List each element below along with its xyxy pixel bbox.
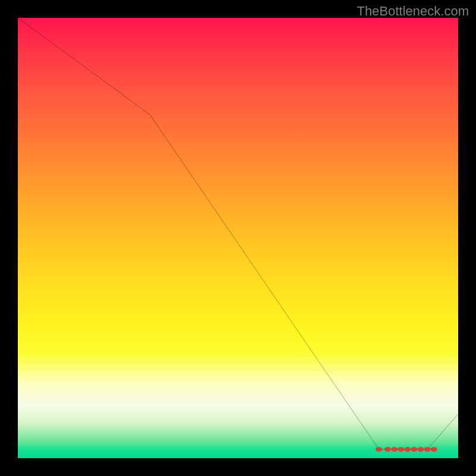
optimal-marker	[431, 447, 437, 452]
optimal-marker	[411, 447, 417, 452]
optimal-marker	[424, 447, 431, 452]
optimal-marker	[391, 447, 397, 452]
marker-layer	[18, 18, 458, 458]
optimal-marker	[418, 447, 424, 452]
attribution-label: TheBottleneck.com	[357, 4, 469, 19]
optimal-markers	[375, 447, 437, 452]
optimal-marker	[375, 447, 382, 452]
chart-stage: TheBottleneck.com	[0, 0, 476, 476]
optimal-marker	[384, 447, 391, 452]
optimal-marker	[404, 447, 411, 452]
optimal-marker	[397, 447, 404, 452]
plot-area	[18, 18, 458, 458]
